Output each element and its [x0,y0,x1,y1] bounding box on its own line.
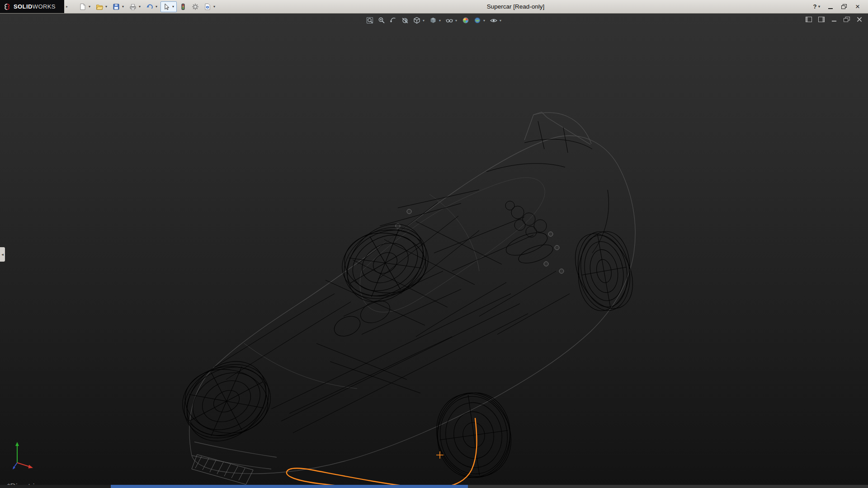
help-icon: ? [813,3,817,10]
z-axis-arrow [13,466,15,469]
dropdown-caret-icon[interactable]: ▾ [155,5,158,9]
panel-collapse-icon: ◂ [1,252,4,257]
document-restore-icon [844,17,850,22]
print-icon [129,3,137,11]
display-style-icon [429,16,437,24]
rebuild-traffic-light-icon [179,3,187,11]
dropdown-caret-icon[interactable]: ▾ [438,19,442,23]
bottom-edge-accent [111,485,468,488]
document-title: Supercar [Read-only] [487,0,545,14]
highlight-spline [287,418,477,488]
dropdown-caret-icon[interactable]: ▾ [171,5,175,9]
close-button[interactable]: × [851,0,864,14]
section-view-button[interactable] [400,15,410,26]
zoom-to-fit-button[interactable] [364,15,375,26]
previous-view-icon [389,16,397,24]
main-toolbar: ▾ ▾ ▾ [77,0,218,13]
solidworks-logo: SOLIDWORKS [0,0,64,13]
wheel-rear-right [561,221,647,322]
dropdown-caret-icon[interactable]: ▾ [817,5,821,9]
restore-icon [841,4,847,9]
undo-button[interactable]: ▾ [144,1,160,12]
pane-right-icon [818,17,825,22]
y-axis-arrow [15,442,19,446]
view-settings-button[interactable]: ▾ [488,15,504,26]
section-view-icon [401,16,409,24]
dropdown-caret-icon[interactable]: ▾ [482,19,486,23]
dock-pane-left-button[interactable] [804,16,813,23]
x-axis-arrow [28,465,33,469]
restore-button[interactable] [837,0,851,14]
bottom-edge-rest [468,485,868,488]
new-document-button[interactable]: ▾ [77,1,93,12]
edit-appearance-ball-icon [462,16,470,24]
document-window-controls [804,16,863,23]
zoom-to-fit-icon [366,16,374,24]
new-document-icon [79,3,87,11]
solidworks-window: SOLIDWORKS ▸ ▾ ▾ [0,0,868,488]
file-properties-button[interactable]: ▾ [202,1,218,12]
file-properties-icon [203,3,212,11]
hide-show-items-button[interactable]: ▾ [444,15,459,26]
minimize-icon [828,8,833,9]
dock-pane-right-button[interactable] [817,16,826,23]
view-orientation-cube-icon [413,16,421,24]
brand-wordmark: SOLIDWORKS [14,3,56,10]
reference-triad [11,439,38,473]
open-button[interactable]: ▾ [94,1,110,12]
options-button[interactable] [189,1,201,12]
apply-scene-button[interactable]: ▾ [472,15,487,26]
previous-view-button[interactable] [388,15,399,26]
close-icon: × [855,2,860,11]
print-button[interactable]: ▾ [127,1,143,12]
dropdown-caret-icon[interactable]: ▾ [212,5,216,9]
zoom-to-area-icon [377,16,386,24]
apply-scene-globe-icon [473,16,481,24]
save-button[interactable]: ▾ [110,1,127,12]
options-gear-icon [191,3,199,11]
rebuild-button[interactable] [177,1,189,12]
hide-show-glasses-icon [445,16,453,24]
dropdown-caret-icon[interactable]: ▾ [499,19,502,23]
dropdown-caret-icon[interactable]: ▾ [454,19,458,23]
open-folder-icon [95,3,104,11]
select-cursor-icon [162,3,170,11]
dropdown-caret-icon[interactable]: ▾ [88,5,91,9]
view-orientation-button[interactable]: ▾ [411,15,427,26]
dropdown-caret-icon[interactable]: ▾ [121,5,125,9]
save-icon [112,3,120,11]
document-minimize-icon [831,17,837,22]
minimize-button[interactable] [824,0,837,14]
dropdown-caret-icon[interactable]: ▾ [104,5,108,9]
bottom-edge-strip [0,485,868,488]
document-close-icon [856,17,863,22]
zoom-to-area-button[interactable] [376,15,387,26]
titlebar: SOLIDWORKS ▸ ▾ ▾ [0,0,868,14]
car-wireframe [0,14,868,488]
dassault-3ds-icon [3,3,11,10]
help-button[interactable]: ? ▾ [810,0,824,14]
front-grille-hatch [192,455,253,484]
undo-icon [146,3,154,11]
dropdown-caret-icon[interactable]: ▾ [422,19,425,23]
toolbar-overflow-icon[interactable]: ▸ [64,0,70,13]
document-minimize-button[interactable] [830,16,838,23]
view-settings-eye-icon [490,16,498,24]
wheel-front-left [156,332,297,470]
heads-up-view-toolbar: ▾ ▾ ▾ [364,15,504,26]
pane-left-icon [806,17,812,22]
feature-panel-collapse-tab[interactable]: ◂ [0,247,5,262]
document-close-button[interactable] [855,16,863,23]
document-restore-button[interactable] [842,16,851,23]
wheel-front-right [421,378,527,488]
select-button[interactable]: ▾ [160,1,177,12]
graphics-viewport[interactable]: ▾ ▾ ▾ [0,14,868,488]
window-controls: ? ▾ × [810,0,868,13]
display-style-button[interactable]: ▾ [428,15,443,26]
dropdown-caret-icon[interactable]: ▾ [138,5,142,9]
edit-appearance-button[interactable] [460,15,471,26]
